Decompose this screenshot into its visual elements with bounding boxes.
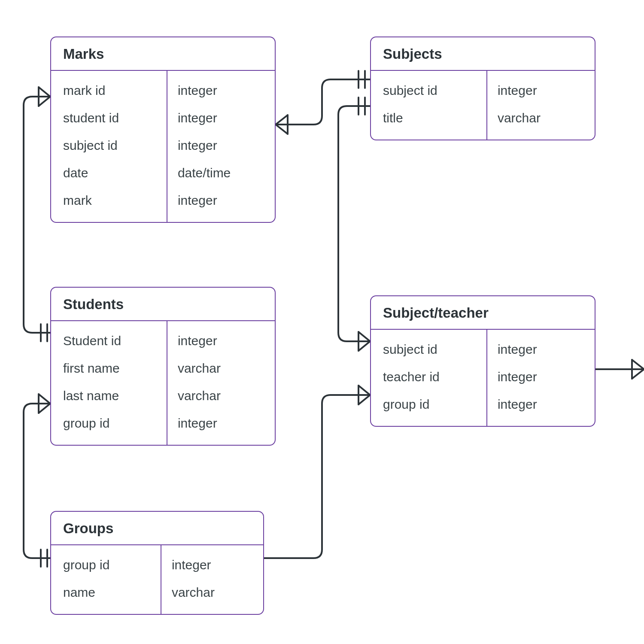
field-type: integer [172,551,255,579]
field-name: group id [63,551,152,579]
field-name: mark id [63,77,158,104]
svg-line-6 [39,97,50,106]
entity-marks: Marks mark id student id subject id date… [50,36,276,223]
entity-title: Groups [51,512,263,545]
svg-line-5 [39,87,50,97]
entity-title: Students [51,288,275,321]
entity-subject-teacher: Subject/teacher subject id teacher id gr… [370,295,595,427]
field-type: integer [498,77,586,104]
svg-line-10 [39,394,50,404]
entity-title: Marks [51,37,275,71]
field-type: varchar [172,579,255,606]
svg-line-11 [39,404,50,413]
field-type: integer [178,327,266,355]
field-name: Student id [63,327,158,355]
field-type: date/time [178,159,266,187]
svg-line-22 [358,386,370,395]
field-name: group id [383,391,478,418]
field-type: integer [178,132,266,159]
field-name: subject id [383,336,478,363]
entity-subjects: Subjects subject id title integer varcha… [370,36,595,140]
svg-line-25 [632,360,644,369]
svg-line-18 [358,341,370,351]
svg-line-1 [276,125,288,134]
entity-groups: Groups group id name integer varchar [50,511,264,615]
field-name: subject id [383,77,478,104]
field-name: student id [63,104,158,132]
field-type: integer [498,391,586,418]
entity-title: Subject/teacher [371,296,595,330]
field-name: date [63,159,158,187]
field-name: last name [63,382,158,410]
field-type: integer [178,77,266,104]
field-name: name [63,579,152,606]
entity-title: Subjects [371,37,595,71]
field-type: integer [178,104,266,132]
svg-line-26 [632,369,644,379]
field-type: integer [178,187,266,214]
svg-line-23 [358,395,370,404]
field-type: varchar [178,382,266,410]
field-type: integer [178,410,266,437]
field-name: title [383,104,478,132]
field-name: subject id [63,132,158,159]
field-type: integer [498,363,586,391]
svg-line-0 [276,115,288,125]
field-name: teacher id [383,363,478,391]
field-type: varchar [498,104,586,132]
entity-students: Students Student id first name last name… [50,287,276,446]
field-name: mark [63,187,158,214]
field-type: varchar [178,355,266,382]
field-type: integer [498,336,586,363]
field-name: first name [63,355,158,382]
field-name: group id [63,410,158,437]
svg-line-17 [358,332,370,341]
